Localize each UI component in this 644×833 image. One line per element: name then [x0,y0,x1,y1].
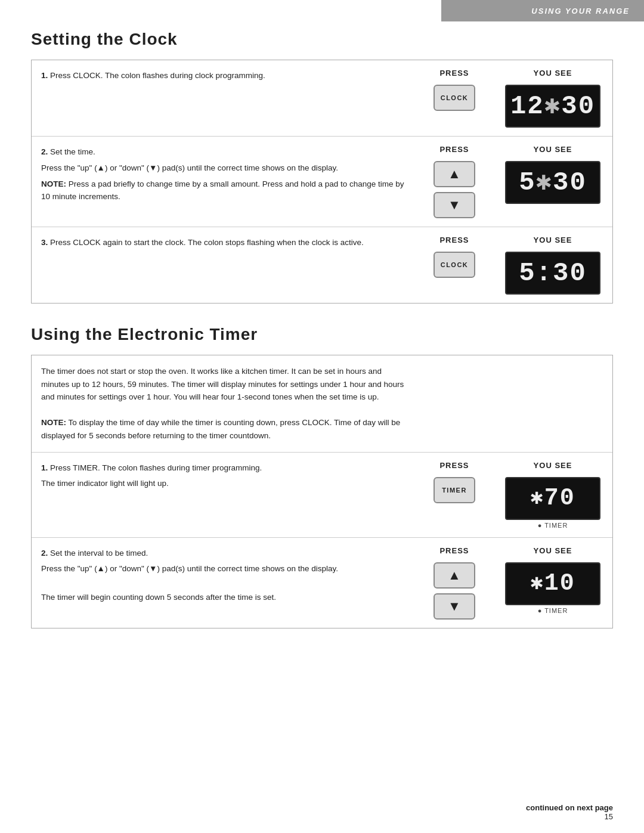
clock-row-1-text: 1. Press CLOCK. The colon flashes during… [32,60,416,136]
clock-step-2-main: Set the time. [50,147,95,156]
clock-row-1-see: YOU SEE 12✱30 [493,60,612,136]
timer-display-1-wrapper: ✱70 ● TIMER [505,477,600,529]
timer-row-2: 2. Set the interval to be timed. Press t… [32,538,612,628]
clock-instruction-box: 1. Press CLOCK. The colon flashes during… [31,60,613,304]
clock-display-1-text: 12✱30 [506,86,599,126]
clock-display-2-text: 5✱30 [506,162,599,203]
clock-row-3: 3. Press CLOCK again to start the clock.… [32,227,612,303]
clock-row-3-press: PRESS CLOCK [416,227,493,303]
timer-indicator-dot-1: ● TIMER [538,522,568,529]
timer-step-2-sub: Press the "up" (▲) or "down" (▼) pad(s) … [41,563,406,575]
colon-flash-2: ✱ [536,169,553,196]
timer-row-2-see: YOU SEE ✱10 ● TIMER [493,538,612,628]
clock-button-1[interactable]: CLOCK [434,85,475,111]
clock-step-2-sub: Press the "up" (▲) or "down" (▼) pad(s) … [41,162,406,175]
timer-asterisk-2: ✱ [530,573,544,594]
clock-see-label-2: YOU SEE [534,145,572,154]
clock-step-2-num: 2. [41,147,48,156]
timer-step-1-main: Press TIMER. The colon flashes during ti… [50,463,262,472]
timer-row-1-press: PRESS TIMER [416,453,493,537]
clock-press-label-1: PRESS [439,69,469,78]
down-arrow-button-2[interactable]: ▼ [434,593,475,620]
clock-display-3-text: 5:30 [506,253,599,293]
timer-step-1-num: 1. [41,463,48,472]
clock-display-3: 5:30 [505,252,600,295]
clock-row-2-text: 2. Set the time. Press the "up" (▲) or "… [32,137,416,227]
timer-display-1: ✱70 [505,477,600,520]
timer-press-label-2: PRESS [439,546,469,555]
header-bar: Using Your Range [441,0,644,21]
timer-step-2-sub2: The timer will begin counting down 5 sec… [41,592,406,604]
clock-press-label-3: PRESS [439,236,469,244]
clock-press-label-2: PRESS [439,145,469,154]
clock-row-1-press: PRESS CLOCK [416,60,493,136]
timer-description: The timer does not start or stop the ove… [32,355,416,452]
clock-row-3-see: YOU SEE 5:30 [493,227,612,303]
up-arrow-button-2[interactable]: ▲ [434,562,475,589]
timer-indicator-dot-2: ● TIMER [538,607,568,614]
timer-button-1[interactable]: TIMER [434,477,475,503]
timer-display-2-text: ✱10 [506,563,599,604]
clock-step-3-num: 3. [41,238,48,247]
colon-flash-1: ✱ [544,93,562,119]
clock-row-2-see: YOU SEE 5✱30 [493,137,612,227]
page-footer: continued on next page 15 [526,803,613,821]
clock-display-2: 5✱30 [505,161,600,204]
clock-section-title: Setting the Clock [31,30,613,49]
timer-display-1-text: ✱70 [506,478,599,519]
clock-row-2: 2. Set the time. Press the "up" (▲) or "… [32,137,612,227]
timer-note-text: NOTE: To display the time of day while t… [41,416,406,442]
clock-button-2[interactable]: CLOCK [434,252,475,278]
timer-press-label-1: PRESS [439,461,469,470]
page-number: 15 [526,812,613,821]
timer-asterisk-1: ✱ [530,488,544,509]
timer-instruction-box: The timer does not start or stop the ove… [31,355,613,628]
timer-see-label-1: YOU SEE [534,461,572,470]
clock-row-3-text: 3. Press CLOCK again to start the clock.… [32,227,416,303]
timer-desc-text: The timer does not start or stop the ove… [41,365,406,404]
timer-desc-row: The timer does not start or stop the ove… [32,355,612,453]
up-arrow-button-1[interactable]: ▲ [434,161,475,187]
timer-section-title: Using the Electronic Timer [31,325,613,344]
clock-display-1: 12✱30 [505,85,600,128]
clock-step-1-num: 1. [41,71,48,80]
timer-see-label-2: YOU SEE [534,546,572,555]
clock-row-1: 1. Press CLOCK. The colon flashes during… [32,60,612,137]
timer-step-2-main: Set the interval to be timed. [50,549,148,558]
clock-see-label-1: YOU SEE [534,69,572,78]
continued-text: continued on next page [526,803,613,812]
timer-row-2-press: PRESS ▲ ▼ [416,538,493,628]
clock-step-1-text: Press CLOCK. The colon flashes during cl… [50,71,265,80]
header-label: Using Your Range [531,7,630,16]
timer-row-1: 1. Press TIMER. The colon flashes during… [32,453,612,538]
timer-row-1-see: YOU SEE ✱70 ● TIMER [493,453,612,537]
timer-row-1-text: 1. Press TIMER. The colon flashes during… [32,453,416,537]
clock-see-label-3: YOU SEE [534,236,572,244]
timer-display-2: ✱10 [505,562,600,605]
timer-step-1-sub: The timer indicator light will light up. [41,478,406,490]
timer-desc-spacer [416,355,612,452]
clock-step-2-note: NOTE: Press a pad briefly to change time… [41,178,406,203]
down-arrow-button-1[interactable]: ▼ [434,192,475,218]
timer-step-2-num: 2. [41,549,48,558]
timer-row-2-text: 2. Set the interval to be timed. Press t… [32,538,416,628]
clock-row-2-press: PRESS ▲ ▼ [416,137,493,227]
timer-display-2-wrapper: ✱10 ● TIMER [505,562,600,614]
clock-step-3-main: Press CLOCK again to start the clock. Th… [50,238,364,247]
